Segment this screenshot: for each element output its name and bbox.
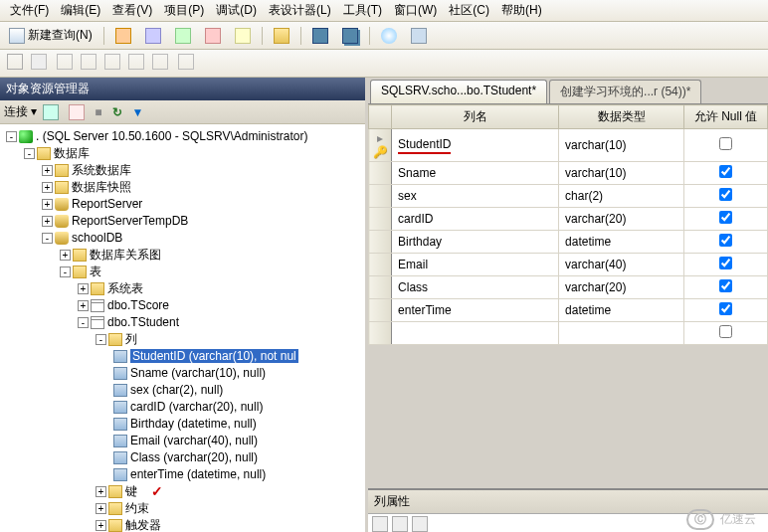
connect-object-icon[interactable] bbox=[43, 104, 59, 120]
node-triggers[interactable]: 触发器 bbox=[125, 518, 161, 532]
tab-tstudent[interactable]: SQLSRV.scho...bo.TStudent* bbox=[370, 80, 547, 103]
node-schooldb[interactable]: schoolDB bbox=[72, 231, 122, 245]
menu-debug[interactable]: 调试(D) bbox=[210, 0, 263, 21]
cell-column-name[interactable]: Sname bbox=[392, 162, 559, 185]
tab-create-env[interactable]: 创建学习环境的...r (54))* bbox=[549, 80, 701, 103]
stop-icon[interactable]: ■ bbox=[95, 105, 101, 119]
cell-allow-null[interactable] bbox=[684, 208, 768, 231]
tb-btn-1[interactable] bbox=[110, 25, 136, 47]
row-selector[interactable] bbox=[369, 299, 392, 322]
cell-column-name[interactable]: enterTime bbox=[392, 299, 559, 322]
col-birthday[interactable]: Birthday (datetime, null) bbox=[130, 417, 257, 431]
cell-allow-null[interactable] bbox=[684, 129, 768, 162]
cell-data-type[interactable]: varchar(20) bbox=[559, 208, 684, 231]
node-tables[interactable]: 表 bbox=[90, 265, 101, 278]
disconnect-icon[interactable] bbox=[69, 104, 85, 120]
table-row[interactable]: Snamevarchar(10) bbox=[369, 162, 768, 185]
menu-view[interactable]: 查看(V) bbox=[106, 0, 158, 21]
cell-allow-null[interactable] bbox=[684, 299, 768, 322]
tb-saveall[interactable] bbox=[337, 25, 363, 47]
row-selector[interactable] bbox=[369, 162, 392, 185]
menu-file[interactable]: 文件(F) bbox=[4, 0, 55, 21]
row-selector[interactable] bbox=[369, 254, 392, 276]
col-sname[interactable]: Sname (varchar(10), null) bbox=[130, 366, 266, 380]
cell-data-type[interactable]: datetime bbox=[559, 299, 684, 322]
allow-null-checkbox[interactable] bbox=[719, 302, 732, 315]
row-selector[interactable]: ▸🔑 bbox=[369, 129, 392, 162]
cell-column-name[interactable]: cardID bbox=[392, 208, 559, 231]
tree-root[interactable]: . (SQL Server 10.50.1600 - SQLSRV\Admini… bbox=[36, 129, 307, 143]
allow-null-checkbox[interactable] bbox=[719, 279, 732, 292]
node-constraints[interactable]: 约束 bbox=[125, 501, 149, 515]
object-tree[interactable]: -. (SQL Server 10.50.1600 - SQLSRV\Admin… bbox=[0, 124, 365, 532]
table-row[interactable]: Emailvarchar(40) bbox=[369, 254, 768, 276]
refresh-icon[interactable]: ↻ bbox=[112, 105, 122, 119]
props-icon[interactable] bbox=[412, 516, 428, 532]
allow-null-checkbox[interactable] bbox=[719, 211, 732, 224]
col-class[interactable]: Class (varchar(20), null) bbox=[130, 450, 258, 464]
menu-project[interactable]: 项目(P) bbox=[158, 0, 210, 21]
row-selector[interactable] bbox=[369, 322, 392, 345]
cell-allow-null[interactable] bbox=[684, 231, 768, 254]
node-reportserver[interactable]: ReportServer bbox=[72, 197, 142, 211]
table-row[interactable]: Birthdaydatetime bbox=[369, 231, 768, 254]
row-selector[interactable] bbox=[369, 276, 392, 299]
th-name[interactable]: 列名 bbox=[392, 105, 559, 129]
table-row[interactable]: enterTimedatetime bbox=[369, 299, 768, 322]
table-row[interactable]: cardIDvarchar(20) bbox=[369, 208, 768, 231]
cell-column-name[interactable]: Class bbox=[392, 276, 559, 299]
cell-column-name[interactable]: Birthday bbox=[392, 231, 559, 254]
node-databases[interactable]: 数据库 bbox=[54, 146, 90, 160]
cell-data-type[interactable]: varchar(10) bbox=[559, 162, 684, 185]
col-entertime[interactable]: enterTime (datetime, null) bbox=[130, 467, 266, 481]
cell-allow-null[interactable] bbox=[684, 254, 768, 276]
col-email[interactable]: Email (varchar(40), null) bbox=[130, 434, 258, 447]
menu-tools[interactable]: 工具(T) bbox=[337, 0, 388, 21]
cell-column-name[interactable]: Email bbox=[392, 254, 559, 276]
th-type[interactable]: 数据类型 bbox=[559, 105, 684, 129]
cell-column-name[interactable]: sex bbox=[392, 185, 559, 208]
category-icon[interactable] bbox=[372, 516, 388, 532]
node-snap[interactable]: 数据库快照 bbox=[72, 180, 131, 194]
allow-null-checkbox[interactable] bbox=[719, 137, 732, 150]
connect-dropdown[interactable]: 连接 ▾ bbox=[4, 103, 37, 120]
col-cardid[interactable]: cardID (varchar(20), null) bbox=[130, 400, 263, 414]
row-selector[interactable] bbox=[369, 208, 392, 231]
menu-window[interactable]: 窗口(W) bbox=[388, 0, 443, 21]
tb-registered[interactable] bbox=[406, 25, 432, 47]
tb2-7[interactable] bbox=[149, 52, 171, 75]
table-row[interactable]: ▸🔑StudentIDvarchar(10) bbox=[369, 129, 768, 162]
tb2-6[interactable] bbox=[125, 52, 147, 75]
node-systables[interactable]: 系统表 bbox=[107, 281, 143, 295]
node-tstudent[interactable]: dbo.TStudent bbox=[107, 315, 179, 329]
table-row[interactable]: Classvarchar(20) bbox=[369, 276, 768, 299]
node-tscore[interactable]: dbo.TScore bbox=[107, 298, 169, 312]
tb2-4[interactable] bbox=[78, 52, 99, 75]
cell-allow-null[interactable] bbox=[684, 276, 768, 299]
tb-activity[interactable] bbox=[376, 25, 402, 47]
cell-data-type[interactable]: varchar(10) bbox=[559, 129, 684, 162]
tb2-1[interactable] bbox=[4, 52, 26, 75]
menu-table-designer[interactable]: 表设计器(L) bbox=[263, 0, 337, 21]
tb-save[interactable] bbox=[307, 25, 333, 47]
tb-open[interactable] bbox=[269, 25, 294, 47]
tb-btn-4[interactable] bbox=[200, 25, 226, 47]
table-row[interactable]: sexchar(2) bbox=[369, 185, 768, 208]
allow-null-checkbox[interactable] bbox=[719, 234, 732, 247]
cell-data-type[interactable]: datetime bbox=[559, 231, 684, 254]
tb2-8[interactable] bbox=[175, 52, 197, 75]
node-reportservertemp[interactable]: ReportServerTempDB bbox=[72, 214, 188, 228]
alphabetical-icon[interactable] bbox=[392, 516, 408, 532]
tree-expander[interactable]: - bbox=[6, 131, 17, 142]
tb-btn-5[interactable] bbox=[230, 25, 256, 47]
menu-community[interactable]: 社区(C) bbox=[443, 0, 495, 21]
cell-allow-null[interactable] bbox=[684, 162, 768, 185]
cell-allow-null[interactable] bbox=[684, 185, 768, 208]
col-studentid[interactable]: StudentID (varchar(10), not nul bbox=[130, 349, 298, 363]
tb2-5[interactable] bbox=[101, 52, 123, 75]
row-selector[interactable] bbox=[369, 231, 392, 254]
allow-null-checkbox[interactable] bbox=[719, 188, 732, 201]
cell-data-type[interactable]: char(2) bbox=[559, 185, 684, 208]
tb-btn-3[interactable] bbox=[170, 25, 196, 47]
filter-icon[interactable]: ▼ bbox=[132, 105, 144, 119]
